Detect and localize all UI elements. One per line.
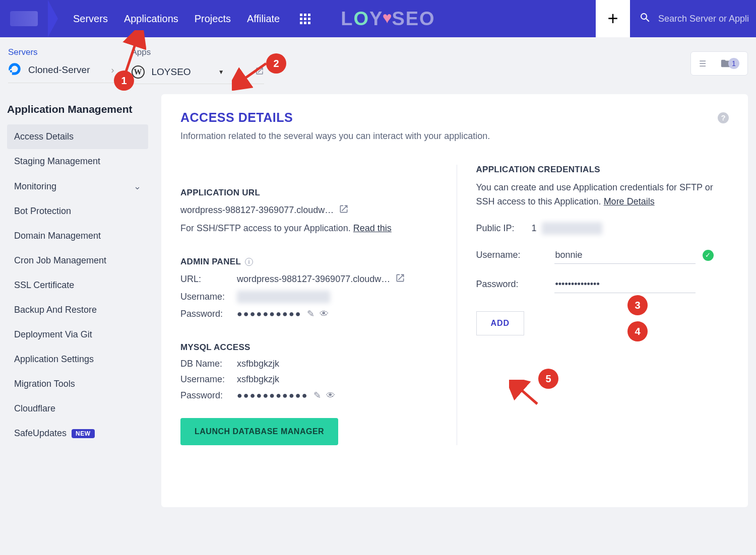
right-column: APPLICATION CREDENTIALS You can create a… [457, 165, 729, 445]
home-breadcrumb-chevron[interactable] [0, 0, 48, 37]
admin-panel-heading: ADMIN PANELi [180, 257, 433, 267]
sidebar-item-access-details[interactable]: Access Details [7, 124, 148, 149]
annotation-arrow-2 [232, 60, 272, 91]
sidebar-item-label: Deployment Via Git [14, 329, 92, 340]
logo-icon [10, 11, 38, 26]
svg-line-3 [126, 34, 139, 72]
topbar-left: Servers Applications Projects Affiliate … [0, 0, 435, 37]
breadcrumb-area: Servers Cloned-Server › Apps W LOYSEO ▼ … [0, 37, 756, 84]
server-name[interactable]: Cloned-Server [28, 64, 90, 76]
sidebar-item-label: Staging Management [14, 156, 100, 167]
svg-rect-1 [10, 71, 12, 73]
app-name[interactable]: LOYSEO [152, 66, 191, 78]
nav-item-projects[interactable]: Projects [195, 13, 231, 25]
sidebar-title: Application Management [7, 103, 148, 115]
ssh-note: For SSH/SFTP access to your Application.… [180, 223, 433, 234]
sidebar-item-label: Cloudflare [14, 403, 55, 414]
sidebar-item-label: Backup And Restore [14, 305, 97, 315]
launch-db-manager-button[interactable]: LAUNCH DATABASE MANAGER [180, 418, 338, 445]
topbar-right: + [596, 0, 756, 37]
sidebar-item-staging-management[interactable]: Staging Management [7, 149, 148, 174]
app-url-value: wordpress-988127-3969077.cloudw… [180, 205, 334, 216]
sidebar-item-backup-and-restore[interactable]: Backup And Restore [7, 298, 148, 322]
eye-icon[interactable]: 👁 [320, 309, 329, 319]
read-this-link[interactable]: Read this [353, 223, 392, 233]
svg-line-4 [236, 63, 266, 85]
sidebar-item-ssl-certificate[interactable]: SSL Certificate [7, 273, 148, 298]
admin-url-value: wordpress-988127-3969077.cloudw… [237, 274, 390, 285]
db-user-value: xsfbbgkzjk [237, 374, 279, 385]
add-button[interactable]: + [596, 0, 630, 37]
folder-view-icon[interactable]: 1 [720, 58, 739, 69]
check-ok-icon: ✓ [703, 250, 714, 261]
cred-password-label: Password: [476, 279, 554, 290]
public-ip-label: Public IP: [476, 223, 532, 234]
mysql-heading: MYSQL ACCESS [180, 342, 433, 353]
svg-rect-0 [12, 73, 15, 75]
apps-label: Apps [132, 47, 264, 57]
svg-line-5 [513, 383, 537, 404]
admin-user-value: hidden_username_val [237, 291, 330, 303]
sidebar-item-label: Domain Management [14, 231, 101, 241]
search-icon[interactable] [639, 12, 651, 26]
servers-link[interactable]: Servers [8, 47, 114, 57]
sidebar-item-cron-job-management[interactable]: Cron Job Management [7, 248, 148, 273]
pencil-icon[interactable]: ✎ [307, 308, 314, 319]
search-input[interactable] [658, 14, 749, 24]
nav-item-servers[interactable]: Servers [73, 13, 108, 25]
new-badge: NEW [72, 429, 95, 438]
chevron-down-icon: ⌄ [134, 181, 141, 192]
view-toggle-box: ☰ 1 [690, 51, 748, 76]
sidebar-item-deployment-via-git[interactable]: Deployment Via Git [7, 322, 148, 347]
sidebar-item-cloudflare[interactable]: Cloudflare [7, 396, 148, 421]
search-box [630, 12, 756, 26]
db-name-value: xsfbbgkzjk [237, 359, 279, 369]
page-title: ACCESS DETAILS [180, 110, 293, 125]
folder-count-badge: 1 [728, 58, 739, 69]
sidebar-item-application-settings[interactable]: Application Settings [7, 347, 148, 372]
caret-down-icon[interactable]: ▼ [218, 68, 224, 76]
sidebar-item-domain-management[interactable]: Domain Management [7, 224, 148, 248]
admin-user-label: Username: [180, 292, 237, 302]
main-panel: ACCESS DETAILS ? Information related to … [161, 94, 748, 507]
info-icon[interactable]: i [245, 258, 253, 266]
nav-item-affiliate[interactable]: Affiliate [247, 13, 280, 25]
nav-links: Servers Applications Projects Affiliate [73, 13, 280, 25]
add-credential-button[interactable]: ADD [476, 311, 525, 335]
annotation-3: 3 [627, 295, 648, 315]
sidebar-item-label: Cron Job Management [14, 255, 106, 266]
credentials-heading: APPLICATION CREDENTIALS [476, 165, 729, 175]
cred-password-input[interactable] [554, 276, 696, 293]
sidebar-item-label: Application Settings [14, 354, 94, 365]
db-pass-label: Password: [180, 390, 237, 401]
list-view-icon[interactable]: ☰ [699, 59, 706, 68]
annotation-arrow-5 [509, 380, 544, 410]
app-url-heading: APPLICATION URL [180, 188, 433, 198]
apps-grid-icon[interactable] [300, 14, 310, 24]
public-ip-value: 44.100.22.33 [542, 222, 602, 235]
sidebar-item-label: Bot Protection [14, 206, 71, 217]
sidebar-item-label: SafeUpdates [14, 428, 67, 439]
page-subtitle: Information related to the several ways … [180, 131, 729, 142]
sidebar-items: Access Details Staging Management Monito… [7, 124, 148, 446]
cred-username-input[interactable] [554, 247, 696, 264]
admin-url-label: URL: [180, 274, 237, 285]
sidebar-item-safeupdates[interactable]: SafeUpdatesNEW [7, 421, 148, 446]
sidebar-item-label: Access Details [14, 131, 74, 142]
eye-icon[interactable]: 👁 [326, 390, 335, 401]
more-details-link[interactable]: More Details [604, 196, 655, 206]
annotation-4: 4 [627, 321, 648, 341]
pencil-icon[interactable]: ✎ [313, 390, 321, 401]
db-user-label: Username: [180, 374, 237, 385]
sidebar-item-monitoring[interactable]: Monitoring⌄ [7, 174, 148, 199]
db-pass-value: ●●●●●●●●●●● [237, 390, 308, 401]
left-column: APPLICATION URL wordpress-988127-3969077… [180, 165, 433, 445]
help-icon[interactable]: ? [718, 112, 729, 123]
external-link-icon[interactable] [395, 273, 405, 286]
sidebar-item-label: Migration Tools [14, 379, 75, 389]
sidebar: Application Management Access Details St… [7, 94, 148, 446]
sidebar-item-bot-protection[interactable]: Bot Protection [7, 199, 148, 224]
external-link-icon[interactable] [339, 204, 349, 216]
sidebar-item-migration-tools[interactable]: Migration Tools [7, 372, 148, 396]
nav-item-applications[interactable]: Applications [124, 13, 178, 25]
